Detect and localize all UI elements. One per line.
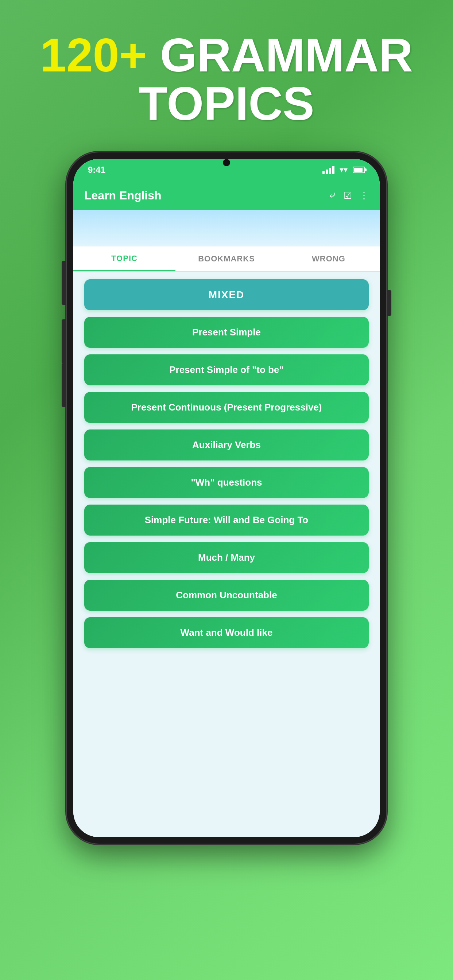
topic-btn-want-would-like[interactable]: Want and Would like [84, 617, 369, 648]
tab-bookmarks[interactable]: BOOKMARKS [175, 247, 278, 271]
topic-label-mixed: MIXED [201, 289, 252, 301]
wifi-icon: ▾▾ [340, 165, 348, 175]
more-options-icon[interactable]: ⋮ [359, 190, 369, 201]
topic-label-simple-future: Simple Future: Will and Be Going To [137, 514, 316, 526]
topic-label-much-many: Much / Many [191, 552, 262, 563]
header-highlight: 120+ [40, 29, 147, 82]
app-bar-icons: ⤶ ☑ ⋮ [328, 190, 369, 201]
tab-topic[interactable]: TOPIC [73, 247, 175, 271]
status-time: 9:41 [88, 165, 105, 175]
topic-label-auxiliary-verbs: Auxiliary Verbs [185, 439, 268, 450]
topic-btn-present-simple[interactable]: Present Simple [84, 317, 369, 348]
topic-btn-present-simple-to-be[interactable]: Present Simple of "to be" [84, 355, 369, 385]
topic-btn-simple-future[interactable]: Simple Future: Will and Be Going To [84, 504, 369, 536]
header-line1: GRAMMAR [147, 29, 413, 82]
topic-label-want-would-like: Want and Would like [173, 627, 280, 638]
topic-label-present-simple-to-be: Present Simple of "to be" [162, 364, 291, 375]
share-icon[interactable]: ⤶ [328, 190, 336, 201]
topic-btn-auxiliary-verbs[interactable]: Auxiliary Verbs [84, 430, 369, 460]
topics-list: MIXED Present Simple Present Simple of "… [73, 272, 380, 837]
phone-frame: 9:41 ▾▾ Learn English ⤶ ☑ ⋮ [66, 152, 387, 845]
topic-btn-present-continuous[interactable]: Present Continuous (Present Progressive) [84, 392, 369, 423]
battery-icon [353, 167, 365, 173]
header-section: 120+ GRAMMAR TOPICS [40, 29, 413, 130]
topic-label-present-simple: Present Simple [185, 327, 268, 338]
banner-area [73, 210, 380, 247]
bookmark-check-icon[interactable]: ☑ [344, 190, 352, 201]
topic-btn-much-many[interactable]: Much / Many [84, 542, 369, 573]
topic-label-wh-questions: "Wh" questions [183, 477, 269, 488]
app-bar: Learn English ⤶ ☑ ⋮ [73, 181, 380, 210]
header-line2: TOPICS [40, 78, 413, 130]
topic-btn-mixed[interactable]: MIXED [84, 279, 369, 310]
topic-btn-wh-questions[interactable]: "Wh" questions [84, 467, 369, 498]
app-title: Learn English [84, 189, 161, 202]
topic-label-present-continuous: Present Continuous (Present Progressive) [124, 402, 329, 413]
status-icons: ▾▾ [322, 165, 365, 175]
phone-notch [223, 159, 230, 166]
signal-icon [322, 166, 335, 174]
tab-wrong[interactable]: WRONG [278, 247, 380, 271]
phone-screen: 9:41 ▾▾ Learn English ⤶ ☑ ⋮ [73, 159, 380, 837]
topic-btn-common-uncountable[interactable]: Common Uncountable [84, 580, 369, 611]
topic-label-common-uncountable: Common Uncountable [169, 590, 284, 601]
tabs-bar: TOPIC BOOKMARKS WRONG [73, 247, 380, 272]
